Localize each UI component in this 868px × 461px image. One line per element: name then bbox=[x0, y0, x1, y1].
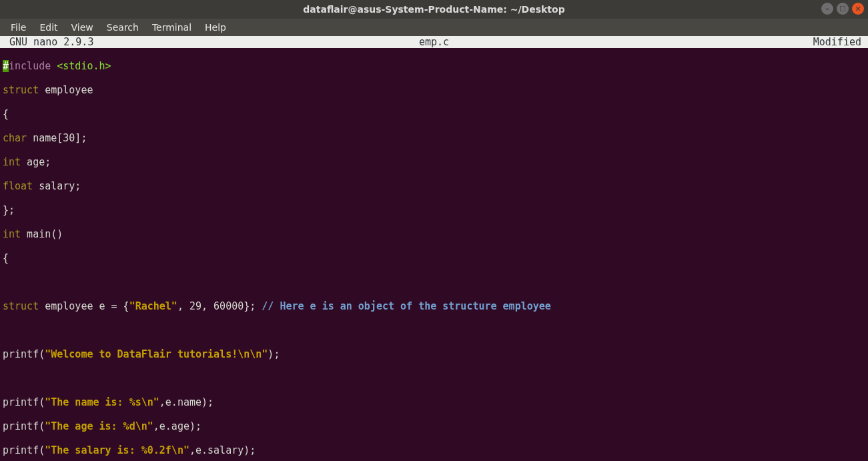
declaration: salary; bbox=[33, 180, 81, 192]
code-text: ,e.name); bbox=[159, 396, 213, 408]
code-text: ,e.age); bbox=[153, 420, 201, 432]
code-text: ,e.salary); bbox=[189, 444, 256, 456]
code-text: employee e = { bbox=[39, 300, 129, 312]
declaration: age; bbox=[21, 156, 51, 168]
blank-line bbox=[3, 276, 865, 288]
header-token: <stdio.h> bbox=[57, 60, 111, 72]
string-literal: "Rachel" bbox=[129, 300, 177, 312]
editor-area[interactable]: #include <stdio.h> struct employee { cha… bbox=[0, 48, 868, 461]
window-controls: – ☐ ✕ bbox=[821, 3, 864, 15]
cursor: # bbox=[3, 60, 9, 72]
comment: // Here e is an object of the structure … bbox=[262, 300, 550, 312]
type-token: int bbox=[3, 156, 21, 168]
code-line: struct employee e = {"Rachel", 29, 60000… bbox=[3, 300, 865, 312]
code-line: #include <stdio.h> bbox=[3, 60, 865, 72]
minimize-icon[interactable]: – bbox=[821, 3, 833, 15]
keyword: struct bbox=[3, 84, 39, 96]
code-line: int main() bbox=[3, 228, 865, 240]
code-line: { bbox=[3, 108, 865, 120]
string-literal: "The name is: %s\n" bbox=[45, 396, 159, 408]
menu-view[interactable]: View bbox=[65, 21, 100, 34]
code-text: ); bbox=[268, 348, 280, 360]
nano-filename: emp.c bbox=[0, 36, 868, 48]
menu-terminal[interactable]: Terminal bbox=[145, 21, 198, 34]
window-titlebar: dataflair@asus-System-Product-Name: ~/De… bbox=[0, 0, 868, 19]
string-literal: "The age is: %d\n" bbox=[45, 420, 153, 432]
string-literal: "Welcome to DataFlair tutorials!\n\n" bbox=[45, 348, 268, 360]
nano-modified: Modified bbox=[813, 36, 861, 48]
code-line: printf("Welcome to DataFlair tutorials!\… bbox=[3, 348, 865, 360]
type-token: float bbox=[3, 180, 33, 192]
code-line: }; bbox=[3, 204, 865, 216]
code-line: printf("The name is: %s\n",e.name); bbox=[3, 396, 865, 408]
call: printf( bbox=[3, 396, 45, 408]
menu-edit[interactable]: Edit bbox=[33, 21, 64, 34]
menu-bar: File Edit View Search Terminal Help bbox=[0, 19, 868, 36]
code-line: float salary; bbox=[3, 180, 865, 192]
declaration: name[30]; bbox=[27, 132, 87, 144]
code-line: int age; bbox=[3, 156, 865, 168]
maximize-icon[interactable]: ☐ bbox=[837, 3, 849, 15]
window-title: dataflair@asus-System-Product-Name: ~/De… bbox=[303, 4, 564, 15]
menu-help[interactable]: Help bbox=[198, 21, 233, 34]
close-icon[interactable]: ✕ bbox=[852, 3, 864, 15]
code-line: printf("The salary is: %0.2f\n",e.salary… bbox=[3, 444, 865, 456]
code-text: , 29, 60000}; bbox=[177, 300, 262, 312]
call: printf( bbox=[3, 444, 45, 456]
menu-file[interactable]: File bbox=[4, 21, 33, 34]
keyword: include bbox=[9, 60, 57, 72]
code-line: { bbox=[3, 252, 865, 264]
keyword: struct bbox=[3, 300, 39, 312]
nano-status-bar: GNU nano 2.9.3 emp.c Modified bbox=[0, 36, 868, 48]
blank-line bbox=[3, 372, 865, 384]
function-sig: main() bbox=[21, 228, 63, 240]
type-token: char bbox=[3, 132, 27, 144]
string-literal: "The salary is: %0.2f\n" bbox=[45, 444, 189, 456]
code-line: char name[30]; bbox=[3, 132, 865, 144]
nano-version: GNU nano 2.9.3 bbox=[9, 36, 93, 48]
blank-line bbox=[3, 324, 865, 336]
menu-search[interactable]: Search bbox=[100, 21, 145, 34]
code-line: printf("The age is: %d\n",e.age); bbox=[3, 420, 865, 432]
type-token: int bbox=[3, 228, 21, 240]
code-line: struct employee bbox=[3, 84, 865, 96]
identifier: employee bbox=[39, 84, 93, 96]
call: printf( bbox=[3, 420, 45, 432]
call: printf( bbox=[3, 348, 45, 360]
